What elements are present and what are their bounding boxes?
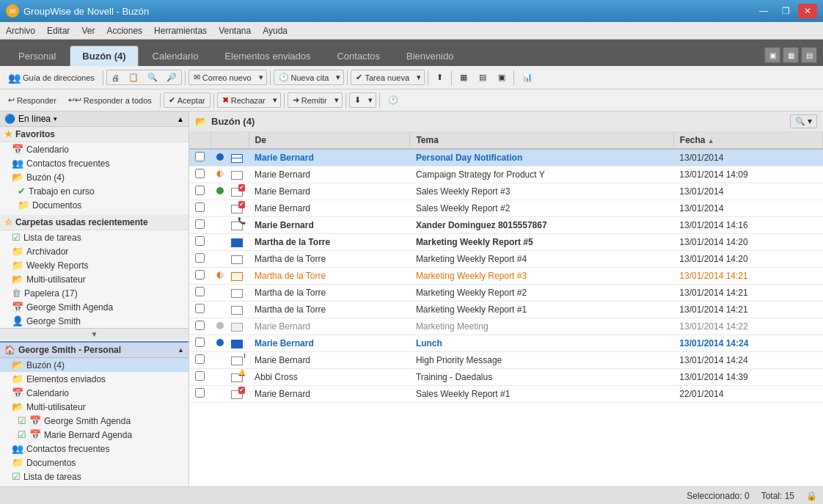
new-task-dropdown[interactable]: ▾: [414, 70, 424, 84]
col-checkbox[interactable]: [189, 132, 211, 149]
content-search-button[interactable]: 🔍 ▾: [790, 114, 817, 128]
menu-herramientas[interactable]: Herramientas: [148, 24, 213, 37]
menu-archivo[interactable]: Archivo: [0, 24, 41, 37]
sidebar-item-george-smith[interactable]: 👤 George Smith: [0, 314, 189, 328]
sidebar-item-calendario-personal[interactable]: 📅 Calendario: [0, 386, 189, 400]
email-checkbox[interactable]: [195, 236, 205, 246]
sidebar-item-archivador[interactable]: 📁 Archivador: [0, 244, 189, 258]
sidebar-item-buzon-personal[interactable]: 📂 Buzón (4): [0, 358, 189, 372]
sidebar-item-lista-tareas[interactable]: ☑ Lista de tareas: [0, 230, 189, 244]
sidebar-item-marie-agenda-personal[interactable]: ☑ 📅 Marie Bernard Agenda: [0, 428, 189, 442]
sidebar-item-george-agenda-personal[interactable]: ☑ 📅 George Smith Agenda: [0, 414, 189, 428]
row-subject[interactable]: Marketing Weekly Report #1: [410, 302, 673, 318]
decline-dropdown[interactable]: ▾: [270, 93, 280, 107]
table-row[interactable]: Marie Bernard Personal Day Notification …: [189, 149, 823, 167]
row-from[interactable]: Abbi Cross: [249, 369, 410, 386]
menu-ventana[interactable]: Ventana: [213, 24, 257, 37]
table-row[interactable]: 📞 Marie Bernard Xander Dominguez 8015557…: [189, 217, 823, 234]
row-subject[interactable]: Sales Weekly Report #3: [410, 183, 673, 200]
row-from[interactable]: Marie Bernard: [249, 200, 410, 217]
row-checkbox[interactable]: [189, 268, 211, 285]
tab-calendario[interactable]: Calendario: [140, 45, 211, 66]
tab-icon-2[interactable]: ▦: [783, 47, 799, 63]
row-from[interactable]: Marie Bernard: [249, 183, 410, 200]
row-subject[interactable]: Lunch: [410, 335, 673, 352]
upload-button[interactable]: ⬆: [431, 70, 448, 85]
sidebar-item-multi-utilisateur[interactable]: 📂 Multi-utilisateur: [0, 272, 189, 286]
icon-btn-2[interactable]: 📋: [124, 70, 143, 84]
email-checkbox[interactable]: [195, 354, 205, 364]
row-from[interactable]: Martha de la Torre: [249, 302, 410, 318]
email-checkbox[interactable]: [195, 186, 205, 195]
table-row[interactable]: Martha de la Torre Marketing Weekly Repo…: [189, 234, 823, 251]
email-checkbox[interactable]: [195, 388, 205, 398]
tab-bienvenido[interactable]: Bienvenido: [394, 45, 466, 66]
table-row[interactable]: Martha de la Torre Marketing Weekly Repo…: [189, 268, 823, 285]
row-from[interactable]: Marie Bernard: [249, 352, 410, 369]
tab-icon-1[interactable]: ▣: [764, 47, 780, 63]
row-subject[interactable]: Campaign Strategy for Product Y: [410, 167, 673, 183]
row-subject[interactable]: Marketing Weekly Report #5: [410, 234, 673, 251]
personal-collapse-icon[interactable]: ▲: [178, 346, 184, 354]
row-checkbox[interactable]: [189, 335, 211, 352]
row-checkbox[interactable]: [189, 318, 211, 335]
new-task-button[interactable]: ✔ Tarea nueva: [351, 70, 414, 84]
row-from[interactable]: Martha de la Torre: [249, 251, 410, 268]
sidebar-item-papelera[interactable]: 🗑 Papelera (17): [0, 286, 189, 300]
restore-button[interactable]: ❐: [776, 4, 795, 18]
row-from[interactable]: Martha de la Torre: [249, 268, 410, 285]
tab-icon-3[interactable]: ▤: [801, 47, 817, 63]
view-btn1[interactable]: ▦: [455, 70, 472, 85]
table-row[interactable]: 🔔 Abbi Cross Training - Daedalus 13/01/2…: [189, 369, 823, 386]
table-row[interactable]: Marie Bernard Marketing Meeting 13/01/20…: [189, 318, 823, 335]
row-checkbox[interactable]: [189, 149, 211, 167]
email-checkbox[interactable]: [195, 287, 205, 296]
row-subject[interactable]: Personal Day Notification: [410, 149, 673, 167]
tab-buzon[interactable]: Buzón (4): [70, 45, 138, 66]
sidebar-item-george-agenda[interactable]: 📅 George Smith Agenda: [0, 300, 189, 314]
col-date[interactable]: Fecha ▲: [673, 132, 822, 149]
table-row[interactable]: Martha de la Torre Marketing Weekly Repo…: [189, 285, 823, 302]
sidebar-item-weekly-reports[interactable]: 📁 Weekly Reports: [0, 258, 189, 272]
row-subject[interactable]: Marketing Meeting: [410, 318, 673, 335]
table-row[interactable]: ! Marie Bernard High Priority Message 13…: [189, 352, 823, 369]
menu-editar[interactable]: Editar: [41, 24, 76, 37]
reply-all-button[interactable]: ↩↩ Responder a todos: [63, 92, 157, 108]
new-mail-dropdown[interactable]: ▾: [256, 70, 266, 84]
row-checkbox[interactable]: [189, 217, 211, 234]
address-book-button[interactable]: 👥 Guía de direcciones: [3, 69, 100, 87]
email-checkbox[interactable]: [195, 253, 205, 263]
email-checkbox[interactable]: [195, 321, 205, 330]
close-button[interactable]: ✕: [798, 4, 817, 18]
table-row[interactable]: ✔ Marie Bernard Sales Weekly Report #2 1…: [189, 200, 823, 217]
table-row[interactable]: ✔ Marie Bernard Sales Weekly Report #1 2…: [189, 386, 823, 403]
icon-btn-1[interactable]: 🖨: [107, 71, 124, 84]
view-btn3[interactable]: ▣: [493, 70, 511, 85]
row-from[interactable]: Marie Bernard: [249, 167, 410, 183]
chart-button[interactable]: 📊: [517, 70, 538, 85]
row-from[interactable]: Marie Bernard: [249, 149, 410, 167]
tab-personal[interactable]: Personal: [6, 45, 68, 66]
sidebar-item-lista-tareas-personal[interactable]: ☑ Lista de tareas: [0, 470, 189, 483]
archive-button[interactable]: ⬇: [350, 93, 365, 107]
forward-button[interactable]: ➜ Remitir: [288, 93, 332, 107]
email-checkbox[interactable]: [195, 337, 205, 347]
sidebar-item-documentos-fav[interactable]: 📁 Documentos: [0, 198, 189, 212]
email-checkbox[interactable]: [195, 152, 205, 161]
table-row[interactable]: ✔ Marie Bernard Sales Weekly Report #3 1…: [189, 183, 823, 200]
accept-button[interactable]: ✔ Aceptar: [164, 93, 210, 107]
view-btn2[interactable]: ▤: [474, 70, 491, 85]
sidebar-item-multi-personal[interactable]: 📂 Multi-utilisateur: [0, 400, 189, 414]
row-checkbox[interactable]: [189, 234, 211, 251]
row-subject[interactable]: Marketing Weekly Report #3: [410, 268, 673, 285]
table-row[interactable]: Martha de la Torre Marketing Weekly Repo…: [189, 251, 823, 268]
sidebar-item-documentos-personal[interactable]: 📁 Documentos: [0, 456, 189, 470]
row-from[interactable]: Martha de la Torre: [249, 285, 410, 302]
sidebar-item-contactos-frecuentes-fav[interactable]: 👥 Contactos frecuentes: [0, 156, 189, 170]
row-checkbox[interactable]: [189, 369, 211, 386]
scroll-down-btn[interactable]: ▼: [0, 328, 189, 340]
table-row[interactable]: Marie Bernard Campaign Strategy for Prod…: [189, 167, 823, 183]
col-subject[interactable]: Tema: [410, 132, 673, 149]
row-from[interactable]: Marie Bernard: [249, 318, 410, 335]
row-checkbox[interactable]: [189, 302, 211, 318]
